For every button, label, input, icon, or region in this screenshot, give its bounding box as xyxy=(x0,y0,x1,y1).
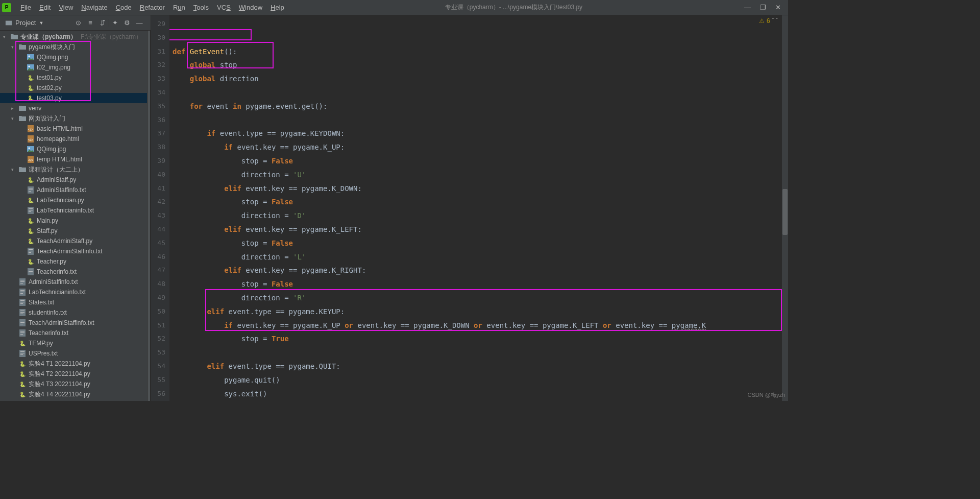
tree-arrow-icon[interactable]: ▾ xyxy=(11,44,18,50)
tree-row[interactable]: LabTechnicianinfo.txt xyxy=(0,205,151,216)
resize-handle[interactable] xyxy=(147,31,151,401)
menu-view[interactable]: View xyxy=(55,2,77,13)
menu-file[interactable]: File xyxy=(16,2,35,13)
editor-scrollbar[interactable] xyxy=(782,15,788,401)
tree-row[interactable]: 🐍test01.py xyxy=(0,73,151,83)
tree-row[interactable]: TeachAdminiStaffinfo.txt xyxy=(0,318,151,328)
tree-label: AdminiStaff.py xyxy=(37,176,76,183)
minimize-button[interactable]: — xyxy=(744,4,751,11)
tree-row[interactable]: ▸venv xyxy=(0,103,151,113)
tree-row[interactable]: 🐍test02.py xyxy=(0,83,151,93)
svg-text:</>: </> xyxy=(28,128,33,131)
py-icon: 🐍 xyxy=(18,360,27,368)
tree-label: 实验4 T2 20221104.py xyxy=(29,370,90,378)
scrollbar-thumb[interactable] xyxy=(782,189,788,235)
tree-row[interactable]: ▾课程设计（大二上） xyxy=(0,164,151,175)
tree-row[interactable]: 🐍TeachAdminiStaff.py xyxy=(0,236,151,246)
tree-row[interactable]: </>basic HTML.html xyxy=(0,124,151,134)
tree-row[interactable]: 🐍Staff.py xyxy=(0,226,151,236)
tree-row[interactable]: 🐍实验4 T1 20221104.py xyxy=(0,359,151,369)
tree-label: 课程设计（大二上） xyxy=(29,165,84,174)
tree-row[interactable]: 🐍实验4 T3 20221104.py xyxy=(0,379,151,389)
close-button[interactable]: ✕ xyxy=(775,4,781,11)
menu-edit[interactable]: Edit xyxy=(35,2,55,13)
sidebar-tool-sort[interactable]: ⇵ xyxy=(96,19,109,27)
tree-row[interactable]: 🐍实验4 T4 20221104.py xyxy=(0,389,151,399)
tree-row[interactable]: QQimg.jpg xyxy=(0,144,151,154)
tree-row[interactable]: 🐍实验4 T2 20221104.py xyxy=(0,369,151,379)
menu-code[interactable]: Code xyxy=(112,2,136,13)
tree-row[interactable]: 🐍test03.py xyxy=(0,93,151,103)
svg-rect-47 xyxy=(20,322,24,323)
tree-row[interactable]: 🐍LabTechnician.py xyxy=(0,195,151,205)
tree-row[interactable]: t02_img.png xyxy=(0,62,151,73)
tree-row[interactable]: AdminiStaffinfo.txt xyxy=(0,277,151,287)
tree-row[interactable]: 🐍AdminiStaff.py xyxy=(0,175,151,185)
line-gutter: 29 30 31 32 33 34 35 36 37 38 39 40 41 4… xyxy=(151,15,169,401)
tree-label: test02.py xyxy=(37,84,62,91)
tree-row[interactable]: TeachAdminiStaffinfo.txt xyxy=(0,246,151,256)
svg-rect-38 xyxy=(20,300,24,301)
tree-row[interactable]: QQimg.png xyxy=(0,52,151,62)
tree-row[interactable]: Teacherinfo.txt xyxy=(0,267,151,277)
svg-rect-56 xyxy=(20,354,23,355)
folder-icon xyxy=(10,33,18,41)
tree-arrow-icon[interactable]: ▾ xyxy=(11,167,18,172)
py-icon: 🐍 xyxy=(27,94,35,102)
inspection-widget[interactable]: ⚠ 6 ˆ ˇ xyxy=(759,17,778,25)
sidebar-tool-locate[interactable]: ⊙ xyxy=(72,19,84,27)
tree-label: 实验4 T4 20221104.py xyxy=(29,390,90,399)
tree-arrow-icon[interactable]: ▾ xyxy=(3,34,10,39)
menu-window[interactable]: Window xyxy=(235,2,266,13)
sidebar-dropdown-icon[interactable]: ▼ xyxy=(39,20,43,26)
svg-rect-43 xyxy=(20,312,24,313)
sidebar-tool-settings[interactable]: ✦ xyxy=(109,19,121,27)
sidebar-tool-hide[interactable]: — xyxy=(133,19,145,27)
tree-row[interactable]: LabTechnicianinfo.txt xyxy=(0,287,151,297)
tree-arrow-icon[interactable]: ▸ xyxy=(11,106,18,111)
tree-row[interactable]: 🐍TEMP.py xyxy=(0,338,151,348)
maximize-button[interactable]: ❐ xyxy=(760,4,766,11)
tree-row[interactable]: </>homepage.html xyxy=(0,134,151,144)
svg-rect-28 xyxy=(29,273,31,273)
editor[interactable]: 29 30 31 32 33 34 35 36 37 38 39 40 41 4… xyxy=(151,15,788,401)
tree-row[interactable]: Teacherinfo.txt xyxy=(0,328,151,338)
titlebar: P File Edit View Navigate Code Refactor … xyxy=(0,0,788,15)
tree-row[interactable]: USPres.txt xyxy=(0,348,151,359)
txt-icon xyxy=(27,206,35,215)
project-tree[interactable]: ▾专业课（pycharm）F:\专业课（pycharm）▾pygame模块入门Q… xyxy=(0,31,151,401)
menu-navigate[interactable]: Navigate xyxy=(77,2,111,13)
sidebar-title[interactable]: Project xyxy=(15,19,36,27)
svg-rect-20 xyxy=(29,211,31,212)
txt-icon xyxy=(27,268,35,276)
menu-help[interactable]: Help xyxy=(266,2,288,13)
html-icon: </> xyxy=(27,125,35,133)
tree-row[interactable]: </>temp HTML.html xyxy=(0,154,151,164)
tree-row[interactable]: studentinfo.txt xyxy=(0,307,151,318)
watermark: CSDN @梅yzh xyxy=(747,391,785,399)
svg-rect-36 xyxy=(20,293,23,294)
tree-row[interactable]: 🐍Main.py xyxy=(0,216,151,226)
sidebar-tool-gear[interactable]: ⚙ xyxy=(121,19,133,27)
tree-row[interactable]: ▾pygame模块入门 xyxy=(0,42,151,52)
tree-row[interactable]: 🐍Teacher.py xyxy=(0,256,151,267)
tree-row[interactable]: AdminiStaffinfo.txt xyxy=(0,185,151,195)
tree-arrow-icon[interactable]: ▾ xyxy=(11,116,18,121)
menu-tools[interactable]: Tools xyxy=(189,2,213,13)
tree-row[interactable]: ▾专业课（pycharm）F:\专业课（pycharm） xyxy=(0,32,151,42)
menu-run[interactable]: Run xyxy=(169,2,189,13)
tree-row[interactable]: States.txt xyxy=(0,297,151,307)
svg-rect-44 xyxy=(20,314,23,314)
svg-rect-24 xyxy=(29,252,31,253)
project-icon xyxy=(5,19,12,27)
tree-row[interactable]: ▾网页设计入门 xyxy=(0,113,151,124)
svg-rect-0 xyxy=(6,20,12,25)
code-area[interactable]: def GetEvent(): global stop global direc… xyxy=(169,15,788,401)
menu-vcs[interactable]: VCS xyxy=(213,2,235,13)
py-icon: 🐍 xyxy=(18,339,27,347)
svg-rect-50 xyxy=(20,331,24,331)
sidebar-tool-expand[interactable]: ≡ xyxy=(84,19,96,27)
menu-refactor[interactable]: Refactor xyxy=(136,2,169,13)
svg-rect-48 xyxy=(20,324,23,324)
tree-label: temp HTML.html xyxy=(37,156,82,163)
